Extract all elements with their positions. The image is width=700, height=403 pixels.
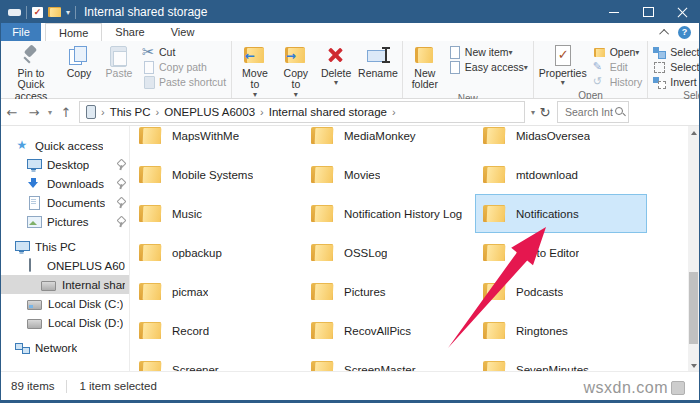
file-label: Music — [172, 208, 202, 220]
paste-shortcut-button[interactable]: Paste shortcut — [142, 75, 226, 89]
tab-share[interactable]: Share — [102, 23, 157, 41]
button-label: New folder — [408, 68, 442, 91]
file-item[interactable]: Pictures — [303, 272, 475, 311]
sidebar-label: Local Disk (D:) — [48, 317, 123, 329]
sidebar-item-quick-access[interactable]: Quick access — [1, 136, 129, 155]
breadcrumb-device[interactable]: ONEPLUS A6003 — [164, 106, 255, 118]
file-item[interactable]: Podcasts — [475, 272, 647, 311]
sidebar-item-this-pc[interactable]: This PC — [1, 237, 129, 256]
edit-button[interactable]: ✎ Edit — [593, 60, 643, 74]
file-item[interactable]: opbackup — [131, 233, 303, 272]
up-button[interactable]: ↑ — [55, 105, 77, 120]
copy-button[interactable]: Copy — [59, 42, 99, 81]
tab-home[interactable]: Home — [45, 23, 102, 41]
properties-icon — [550, 44, 576, 66]
refresh-icon[interactable]: ↻ — [535, 105, 555, 120]
new-item-icon — [448, 46, 461, 58]
move-to-button[interactable]: ← Move to — [234, 42, 276, 101]
easy-access-button[interactable]: Easy access — [448, 60, 528, 74]
file-item[interactable]: Ringtones — [475, 311, 647, 350]
new-item-button[interactable]: New item — [448, 45, 528, 59]
pin-to-quick-access-button[interactable]: Pin to Quick access — [3, 42, 59, 104]
select-all-button[interactable]: Select all — [653, 45, 700, 59]
vertical-scrollbar[interactable] — [688, 126, 699, 372]
file-item[interactable]: picmax — [131, 272, 303, 311]
search-box[interactable] — [557, 101, 629, 123]
properties-check-icon[interactable] — [32, 7, 43, 18]
breadcrumb-this-pc[interactable]: This PC — [110, 106, 151, 118]
sidebar-item-downloads[interactable]: Downloads — [1, 174, 129, 193]
file-item[interactable]: Record — [131, 311, 303, 350]
sidebar-item-network[interactable]: Network — [1, 338, 129, 357]
file-label: Record — [172, 325, 209, 337]
folder-icon[interactable] — [48, 7, 61, 17]
move-to-icon: ← — [242, 44, 268, 66]
file-item-selected[interactable]: Notifications — [475, 194, 647, 233]
help-icon[interactable] — [678, 26, 691, 39]
button-label: Edit — [610, 61, 628, 73]
tab-view[interactable]: View — [158, 23, 208, 41]
paste-button[interactable]: Paste — [99, 42, 139, 81]
forward-button[interactable]: → — [23, 105, 45, 120]
invert-selection-button[interactable]: Invert selection — [653, 75, 700, 89]
properties-button[interactable]: Properties — [536, 42, 590, 90]
close-button[interactable] — [665, 1, 699, 23]
open-button[interactable]: Open — [593, 45, 643, 59]
sidebar-label: Pictures — [47, 216, 89, 228]
file-item[interactable]: Movies — [303, 155, 475, 194]
breadcrumb-storage[interactable]: Internal shared storage — [269, 106, 387, 118]
sidebar-item-internal-storage[interactable]: Internal shared storage — [1, 275, 129, 294]
file-item[interactable]: Photo Editor — [475, 233, 647, 272]
pin-icon — [116, 217, 125, 227]
easy-access-icon — [448, 61, 461, 73]
sidebar-item-device[interactable]: ONEPLUS A6003 — [1, 256, 129, 275]
file-item[interactable]: MapsWithMe — [131, 126, 303, 155]
qat-dropdown-icon[interactable]: ▾ — [66, 8, 70, 17]
file-item[interactable]: SevenMinutes — [475, 350, 647, 372]
divider — [26, 6, 27, 19]
sidebar-item-desktop[interactable]: Desktop — [1, 155, 129, 174]
file-item[interactable]: Music — [131, 194, 303, 233]
pin-icon — [18, 44, 44, 66]
file-item[interactable]: Mobile Systems — [131, 155, 303, 194]
copy-path-button[interactable]: Copy path — [142, 60, 226, 74]
divider — [66, 380, 67, 393]
file-item[interactable]: Screener — [131, 350, 303, 372]
sidebar-item-local-disk-c[interactable]: Local Disk (C:) — [1, 294, 129, 313]
file-item[interactable]: RecovAllPics — [303, 311, 475, 350]
scrollbar-thumb[interactable] — [689, 272, 698, 344]
folder-icon — [139, 166, 161, 183]
select-none-button[interactable]: Select none — [653, 60, 700, 74]
rename-icon — [365, 44, 391, 66]
rename-button[interactable]: Rename — [356, 42, 400, 81]
button-label: Pin to Quick access — [6, 68, 56, 102]
breadcrumb[interactable]: This PC ONEPLUS A6003 Internal shared st… — [79, 101, 525, 123]
new-folder-button[interactable]: New folder — [405, 42, 445, 93]
chevron-up-icon — [691, 131, 697, 135]
delete-button[interactable]: Delete — [316, 42, 356, 90]
search-input[interactable] — [563, 105, 615, 119]
recent-locations-icon[interactable]: ▾ — [45, 108, 55, 117]
file-item[interactable]: OSSLog — [303, 233, 475, 272]
desktop-icon — [27, 158, 41, 171]
sidebar-item-pictures[interactable]: Pictures — [1, 212, 129, 231]
tab-file[interactable]: File — [1, 23, 41, 41]
folder-icon — [311, 166, 333, 183]
cut-button[interactable]: ✂ Cut — [142, 45, 226, 59]
maximize-button[interactable] — [631, 1, 665, 23]
scroll-up-button[interactable] — [688, 126, 699, 139]
minimize-button[interactable] — [597, 1, 631, 23]
file-item[interactable]: MediaMonkey — [303, 126, 475, 155]
file-item[interactable]: MidasOversea — [475, 126, 647, 155]
history-button[interactable]: ↺ History — [593, 75, 643, 89]
button-label: New item — [465, 46, 509, 58]
file-item[interactable]: ScreenMaster — [303, 350, 475, 372]
back-button[interactable]: ← — [1, 105, 23, 120]
file-item[interactable]: mtdownload — [475, 155, 647, 194]
sidebar-item-local-disk-d[interactable]: Local Disk (D:) — [1, 313, 129, 332]
invert-selection-icon — [653, 76, 666, 88]
copy-to-button[interactable]: → Copy to — [276, 42, 316, 101]
sidebar-item-documents[interactable]: Documents — [1, 193, 129, 212]
file-item[interactable]: Notification History Log — [303, 194, 475, 233]
minimize-ribbon-icon[interactable] — [659, 28, 669, 38]
